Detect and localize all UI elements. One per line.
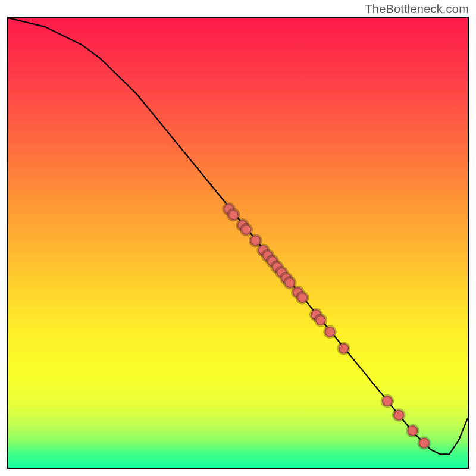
chart-dot	[250, 235, 261, 246]
chart-area	[7, 17, 469, 469]
chart-dot	[228, 209, 239, 220]
chart-overlay	[8, 18, 468, 468]
chart-dot	[419, 437, 430, 448]
attribution-label: TheBottleneck.com	[365, 2, 469, 16]
chart-dot	[284, 277, 295, 288]
chart-dot	[393, 410, 404, 421]
chart-dot	[315, 315, 326, 325]
chart-dot	[339, 343, 349, 354]
chart-dot	[324, 327, 335, 337]
chart-dot	[382, 396, 393, 406]
chart-dot	[407, 425, 418, 436]
chart-curve	[8, 18, 468, 454]
chart-dot	[241, 224, 252, 235]
chart-dot	[297, 292, 308, 303]
